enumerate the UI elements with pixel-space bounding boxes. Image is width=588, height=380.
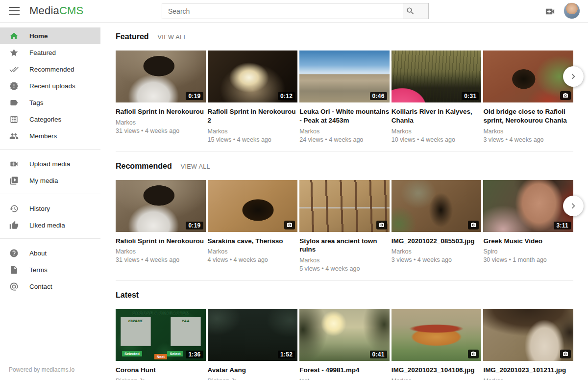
media-card: 0:12 Rafioli Sprint in Nerokourou 2 Mark… xyxy=(208,51,298,143)
media-title[interactable]: IMG_20201023_104106.jpg xyxy=(392,366,482,375)
media-meta: 24 views • 4 weeks ago xyxy=(299,136,390,143)
media-author[interactable]: test xyxy=(299,378,390,380)
image-thumbnail[interactable] xyxy=(392,180,482,232)
video-thumbnail[interactable]: 1:52 xyxy=(208,309,298,361)
top-header: MediaCMS xyxy=(0,0,588,23)
sidebar-item-my-media[interactable]: My media xyxy=(0,172,100,189)
section-recommended: Recommended VIEW ALL 0:19 Rafioli Sprint… xyxy=(116,152,573,281)
user-avatar[interactable] xyxy=(564,2,580,19)
media-title[interactable]: Stylos area ancient town ruins xyxy=(299,237,390,254)
sidebar-item-history[interactable]: History xyxy=(0,200,100,217)
logo[interactable]: MediaCMS xyxy=(29,4,83,17)
image-thumbnail[interactable] xyxy=(299,180,390,232)
history-icon xyxy=(9,203,19,213)
media-author[interactable]: Markos xyxy=(116,119,206,126)
view-all-link[interactable]: VIEW ALL xyxy=(181,163,210,170)
video-thumbnail[interactable]: 0:31 xyxy=(392,51,482,102)
media-author[interactable]: Dickson Jr. xyxy=(116,378,206,380)
media-title[interactable]: Leuka Ori - White mountains - Peak at 24… xyxy=(299,107,390,125)
image-thumbnail[interactable] xyxy=(483,51,573,102)
media-title[interactable]: Rafioli Sprint in Nerokourou xyxy=(116,237,206,246)
sidebar-item-contact[interactable]: Contact xyxy=(0,278,100,295)
upload-video-icon[interactable] xyxy=(544,6,556,17)
sidebar-item-recent-uploads[interactable]: Recent uploads xyxy=(0,77,100,94)
image-thumbnail[interactable] xyxy=(208,180,298,232)
media-meta: 31 views • 4 weeks ago xyxy=(116,256,206,263)
media-card: 0:19 Rafioli Sprint in Nerokourou Markos… xyxy=(116,180,206,273)
video-call-icon xyxy=(9,159,19,169)
sidebar-item-categories[interactable]: Categories xyxy=(0,111,100,127)
media-card: 3:11 Greek Music Video Spiro 30 views • … xyxy=(483,180,573,273)
media-author[interactable]: Markos xyxy=(392,128,482,135)
media-author[interactable]: Markos xyxy=(392,378,482,380)
media-card: 0:46 Leuka Ori - White mountains - Peak … xyxy=(299,51,390,143)
sidebar-item-label: My media xyxy=(29,177,58,184)
media-title[interactable]: Corona Hunt xyxy=(116,366,206,375)
video-thumbnail[interactable]: 0:19 xyxy=(116,51,206,102)
sidebar-item-label: Tags xyxy=(29,99,44,106)
media-card: 0:19 Rafioli Sprint in Nerokourou Markos… xyxy=(116,51,206,143)
section-latest: Latest CHOOSE A CHARACTER KWAME YAA xyxy=(116,281,573,380)
media-author[interactable]: Markos xyxy=(208,128,298,135)
media-title[interactable]: Avatar Aang xyxy=(208,366,298,375)
menu-icon[interactable] xyxy=(9,7,20,15)
video-thumbnail[interactable]: 0:41 xyxy=(299,309,390,361)
media-title[interactable]: Old bridge close to Rafioli sprint, Nero… xyxy=(483,107,573,125)
sidebar-item-label: Featured xyxy=(29,49,56,56)
sidebar-divider xyxy=(0,149,100,150)
carousel-next-button[interactable] xyxy=(563,196,584,216)
sidebar-divider xyxy=(0,238,100,239)
media-author[interactable]: Markos xyxy=(392,248,482,255)
sidebar-item-home[interactable]: Home xyxy=(0,27,100,44)
sidebar-item-label: Members xyxy=(29,132,57,140)
media-title[interactable]: Koiliaris River in Kalyves, Chania xyxy=(392,107,482,125)
media-author[interactable]: Markos xyxy=(116,248,206,255)
image-thumbnail[interactable] xyxy=(392,309,482,361)
media-card: IMG_20201022_085503.jpg Markos 3 views •… xyxy=(392,180,482,273)
media-author[interactable]: Spiro xyxy=(483,248,573,255)
media-author[interactable]: Markos xyxy=(483,378,573,380)
logo-cms-text: CMS xyxy=(59,4,84,17)
media-title[interactable]: Rafioli Sprint in Nerokourou xyxy=(116,107,206,116)
list-icon xyxy=(9,114,19,124)
media-author[interactable]: Markos xyxy=(208,248,298,255)
home-icon xyxy=(9,31,19,41)
sidebar-item-terms[interactable]: Terms xyxy=(0,261,100,278)
media-meta: 3 views • 4 weeks ago xyxy=(483,136,573,143)
video-thumbnail[interactable]: 0:19 xyxy=(116,180,206,232)
search-input[interactable] xyxy=(162,3,403,19)
media-title[interactable]: IMG_20201022_085503.jpg xyxy=(392,237,482,246)
media-author[interactable]: Markos xyxy=(483,128,573,135)
double-check-icon xyxy=(9,64,19,74)
duration-badge: 0:41 xyxy=(370,351,387,358)
sidebar: Home Featured Recommended Recent uploads… xyxy=(0,23,100,380)
video-thumbnail[interactable]: 0:46 xyxy=(299,51,390,102)
video-thumbnail[interactable]: CHOOSE A CHARACTER KWAME YAA Selected Ne… xyxy=(116,309,206,361)
sidebar-item-tags[interactable]: Tags xyxy=(0,94,100,111)
sidebar-item-upload-media[interactable]: Upload media xyxy=(0,155,100,172)
main-content: Featured VIEW ALL 0:19 Rafioli Sprint in… xyxy=(116,23,588,380)
sidebar-item-liked-media[interactable]: Liked media xyxy=(0,217,100,233)
media-author[interactable]: Dickson Jr. xyxy=(208,378,298,380)
video-thumbnail[interactable]: 0:12 xyxy=(208,51,298,102)
media-title[interactable]: Sarakina cave, Therisso xyxy=(208,237,298,246)
powered-by-text: Powered by mediacms.io xyxy=(9,366,74,373)
sidebar-item-recommended[interactable]: Recommended xyxy=(0,61,100,77)
camera-icon xyxy=(560,91,571,100)
thumbnail-character-panel: YAA xyxy=(171,317,201,346)
sidebar-item-featured[interactable]: Featured xyxy=(0,44,100,61)
video-thumbnail[interactable]: 3:11 xyxy=(483,180,573,232)
media-author[interactable]: Markos xyxy=(299,128,390,135)
media-title[interactable]: Forest - 49981.mp4 xyxy=(299,366,390,375)
media-title[interactable]: Rafioli Sprint in Nerokourou 2 xyxy=(208,107,298,125)
carousel-next-button[interactable] xyxy=(563,66,584,87)
image-thumbnail[interactable] xyxy=(483,309,573,361)
media-title[interactable]: IMG_20201023_101211.jpg xyxy=(483,366,573,375)
search-button[interactable] xyxy=(403,3,429,19)
view-all-link[interactable]: VIEW ALL xyxy=(158,34,187,41)
media-author[interactable]: Markos xyxy=(299,257,390,264)
media-title[interactable]: Greek Music Video xyxy=(483,237,573,246)
sidebar-item-members[interactable]: Members xyxy=(0,127,100,144)
sidebar-item-about[interactable]: About xyxy=(0,245,100,261)
sidebar-item-label: Categories xyxy=(29,116,61,123)
